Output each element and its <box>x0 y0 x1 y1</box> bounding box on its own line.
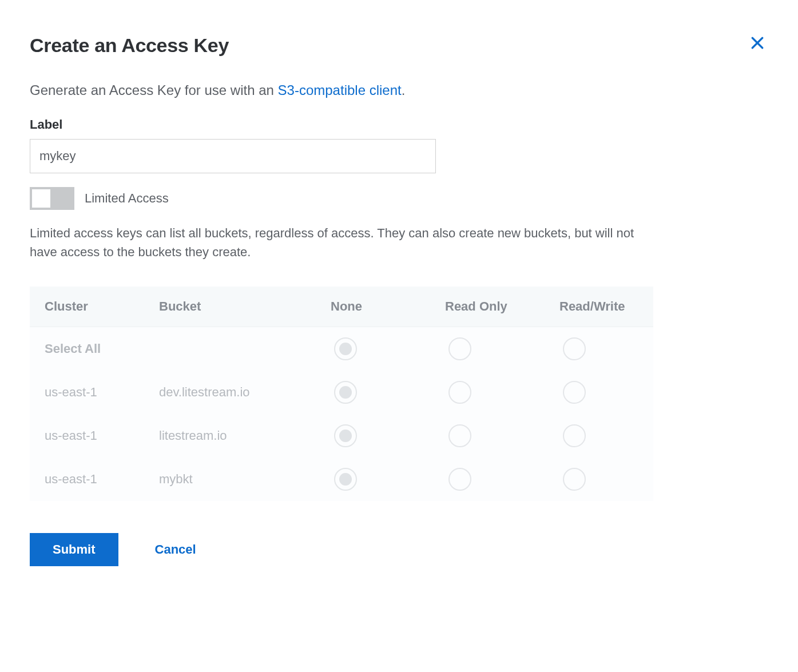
access-read-only-radio[interactable] <box>448 337 471 360</box>
cluster-cell: Select All <box>30 327 144 371</box>
table-row: us-east-1litestream.io <box>30 414 653 458</box>
drawer-header: Create an Access Key <box>30 34 768 81</box>
limited-access-toggle-row: Limited Access <box>30 187 768 210</box>
read-only-cell <box>430 327 545 371</box>
access-read-write-radio[interactable] <box>563 337 586 360</box>
access-read-write-radio[interactable] <box>563 468 586 491</box>
cancel-button[interactable]: Cancel <box>155 542 196 557</box>
col-header-read-only: Read Only <box>430 287 545 327</box>
bucket-access-table: Cluster Bucket None Read Only Read/Write… <box>30 287 653 501</box>
read-write-cell <box>545 371 653 414</box>
none-cell <box>316 371 430 414</box>
col-header-cluster: Cluster <box>30 287 144 327</box>
access-read-only-radio[interactable] <box>448 468 471 491</box>
s3-compatible-client-link[interactable]: S3-compatible client <box>278 82 402 98</box>
read-only-cell <box>430 458 545 501</box>
col-header-bucket: Bucket <box>144 287 316 327</box>
select-all-row: Select All <box>30 327 653 371</box>
cluster-cell: us-east-1 <box>30 458 144 501</box>
access-read-only-radio[interactable] <box>448 381 471 404</box>
bucket-cell <box>144 327 316 371</box>
cluster-cell: us-east-1 <box>30 371 144 414</box>
read-write-cell <box>545 414 653 458</box>
submit-button[interactable]: Submit <box>30 533 118 566</box>
col-header-none: None <box>316 287 430 327</box>
limited-access-toggle[interactable] <box>30 187 74 210</box>
none-cell <box>316 414 430 458</box>
dialog-title: Create an Access Key <box>30 34 229 57</box>
dialog-description-prefix: Generate an Access Key for use with an <box>30 82 278 98</box>
close-icon <box>749 34 766 51</box>
limited-access-help-text: Limited access keys can list all buckets… <box>30 224 648 261</box>
access-read-only-radio[interactable] <box>448 424 471 447</box>
access-none-radio[interactable] <box>334 337 357 360</box>
limited-access-toggle-label: Limited Access <box>85 191 169 206</box>
label-field-caption: Label <box>30 117 768 132</box>
access-none-radio[interactable] <box>334 424 357 447</box>
access-none-radio[interactable] <box>334 468 357 491</box>
access-read-write-radio[interactable] <box>563 381 586 404</box>
label-input[interactable] <box>30 139 436 173</box>
create-access-key-drawer: Create an Access Key Generate an Access … <box>0 0 798 596</box>
read-write-cell <box>545 327 653 371</box>
bucket-cell: dev.litestream.io <box>144 371 316 414</box>
dialog-actions: Submit Cancel <box>30 533 768 566</box>
close-button[interactable] <box>747 32 768 55</box>
bucket-cell: mybkt <box>144 458 316 501</box>
dialog-description-suffix: . <box>402 82 406 98</box>
none-cell <box>316 458 430 501</box>
access-none-radio[interactable] <box>334 381 357 404</box>
access-read-write-radio[interactable] <box>563 424 586 447</box>
cluster-cell: us-east-1 <box>30 414 144 458</box>
bucket-access-tbody: Select Allus-east-1dev.litestream.ious-e… <box>30 327 653 501</box>
col-header-read-write: Read/Write <box>545 287 653 327</box>
none-cell <box>316 327 430 371</box>
read-write-cell <box>545 458 653 501</box>
table-row: us-east-1dev.litestream.io <box>30 371 653 414</box>
dialog-description: Generate an Access Key for use with an S… <box>30 81 768 100</box>
read-only-cell <box>430 414 545 458</box>
bucket-cell: litestream.io <box>144 414 316 458</box>
table-row: us-east-1mybkt <box>30 458 653 501</box>
read-only-cell <box>430 371 545 414</box>
